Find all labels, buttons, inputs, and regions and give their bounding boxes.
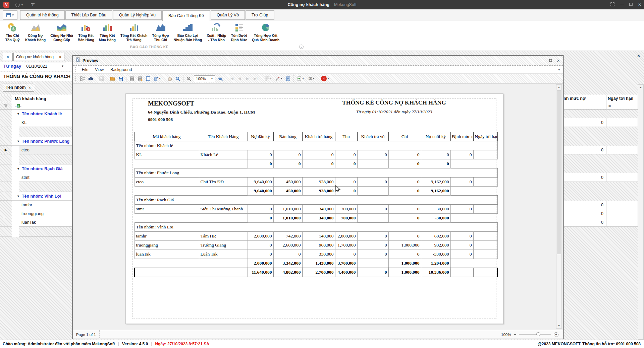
scroll-up-icon[interactable]: ▲ (556, 85, 561, 90)
preview-close-button[interactable]: ✕ (557, 59, 560, 63)
close-tab-icon[interactable]: ✕ (59, 55, 62, 59)
right-grid-row[interactable]: 0 (564, 201, 638, 209)
column-header-ma-khach-hang[interactable]: Mã khách hàng (12, 95, 73, 102)
customer-row[interactable]: ▶cteo (0, 146, 73, 154)
customer-row[interactable]: truonggiang (0, 209, 73, 218)
collapse-group-icon[interactable]: ▼ (17, 195, 20, 198)
ribbon-item-cong-no-nha-cung-cap[interactable]: Công Nợ Nhà Cung Cấp (48, 22, 75, 42)
from-date-input[interactable]: 01/10/2021 ▼ (24, 63, 66, 70)
last-page-button[interactable]: ▶| (252, 75, 259, 82)
right-grid-row[interactable]: 0 (564, 173, 638, 182)
filter-funnel-icon[interactable] (0, 102, 12, 110)
multi-page-button[interactable]: ▾ (263, 75, 273, 82)
ribbon-app-button[interactable]: ▽ (3, 10, 17, 20)
ribbon-item-tong-ket-mua-hang[interactable]: Tổng Kết Mua Hàng (97, 22, 118, 42)
document-tab[interactable]: Công nợ khách hàng ✕ (13, 53, 64, 61)
ribbon-item-bao-cao-loi-nhuan[interactable]: Báo Cáo Lợi Nhuận Bán Hàng (171, 22, 205, 42)
preview-minimize-button[interactable]: — (541, 59, 544, 63)
save-button[interactable] (117, 75, 124, 82)
group-row[interactable]: ▼Tên nhóm: Rạch Giá (0, 164, 73, 173)
first-page-button[interactable]: |◀ (228, 75, 235, 82)
scroll-thumb[interactable] (557, 90, 561, 254)
document-map-button[interactable] (79, 75, 86, 82)
email-button[interactable]: ✉▾ (306, 75, 316, 82)
right-grid-row[interactable]: 0 (564, 146, 638, 154)
zoom-slider-plus[interactable]: + (554, 332, 558, 337)
tab-quan-ly-vo[interactable]: Quản Lý Vỏ (211, 10, 245, 20)
collapse-group-icon[interactable]: ▼ (17, 167, 20, 170)
ribbon-item-tong-ket-ban-hang[interactable]: Tổng Kết Bán Hàng (75, 22, 97, 42)
menu-view[interactable]: View (92, 67, 107, 72)
customer-row[interactable]: luanTak (0, 218, 73, 227)
collapse-group-icon[interactable]: ▼ (17, 140, 20, 143)
next-page-button[interactable]: ▶ (244, 75, 251, 82)
preview-scrollbar[interactable]: ▲ ▼ (556, 84, 562, 329)
tab-bao-cao-thong-ke[interactable]: Báo Cáo Thống Kê (162, 10, 210, 21)
prev-page-button[interactable]: ◀ (236, 75, 243, 82)
menu-background[interactable]: Background (107, 67, 135, 72)
quick-print-button[interactable] (136, 75, 144, 82)
collapse-ribbon-button[interactable]: ▼ (31, 3, 35, 6)
close-button[interactable]: ✕ (638, 3, 641, 7)
menu-file[interactable]: File (78, 67, 92, 72)
right-grid-row[interactable]: 0 (564, 118, 638, 127)
group-row[interactable]: ▼Tên nhóm: Vĩnh Lợi (0, 192, 73, 201)
hand-tool-button[interactable] (166, 75, 173, 82)
ribbon-group-expand-button[interactable]: ⌄ (299, 45, 304, 49)
open-button[interactable] (109, 75, 116, 82)
customer-row[interactable]: stmt (0, 173, 73, 182)
close-preview-button[interactable]: ✕▾ (320, 75, 330, 82)
group-row[interactable]: ▼Tên nhóm: Khách lẻ (0, 110, 73, 118)
filter-op-cell[interactable]: = (606, 102, 638, 109)
preview-maximize-button[interactable] (549, 59, 552, 63)
collapse-group-icon[interactable]: ▼ (17, 112, 20, 116)
fullscreen-button[interactable] (610, 2, 614, 7)
close-all-tabs-button[interactable]: ✕ (3, 53, 13, 61)
thumbnails-button[interactable] (98, 75, 105, 82)
ribbon-item-tong-hop-thu-chi[interactable]: Tổng Hợp Thu Chi (150, 22, 171, 42)
customer-row[interactable]: KL (0, 118, 73, 127)
chevron-down-icon[interactable]: ▾ (558, 68, 560, 71)
zoom-combo[interactable]: 100% ▼ (194, 75, 215, 82)
customer-row[interactable]: tamhr (0, 201, 73, 209)
ribbon-item-xuat-nhap-ton-kho[interactable]: Xuất - Nhập - Tồn Kho (204, 22, 228, 42)
right-grid-row[interactable]: 0 (564, 209, 638, 218)
scroll-down-icon[interactable]: ▼ (556, 323, 561, 328)
toolbar-grip[interactable] (75, 76, 76, 81)
zoom-in-button[interactable] (217, 75, 224, 82)
profile-button[interactable]: ▼ (9, 3, 23, 7)
ribbon-item-thu-chi-ton-quy[interactable]: €$ Thu Chi Tồn Quỹ (2, 22, 23, 42)
tab-quan-tri-he-thong[interactable]: Quản trị hệ thống (20, 10, 65, 20)
column-header-dinh-muc-no[interactable]: nh mức nợ (564, 95, 606, 102)
scroll-up-icon[interactable]: ▲ (638, 85, 643, 89)
ribbon-item-cong-no-khach-hang[interactable]: Công Nợ Khách Hàng (23, 22, 48, 42)
minimize-button[interactable]: — (620, 3, 624, 7)
tab-thiet-lap-ban-dau[interactable]: Thiết Lập Ban Đầu (65, 10, 112, 20)
export-button[interactable]: ▾ (296, 75, 306, 82)
find-button[interactable] (87, 75, 94, 82)
right-scrollbar[interactable]: ▲ (638, 84, 644, 340)
zoom-slider[interactable] (519, 334, 551, 335)
column-header-ngay-toi-han[interactable]: Ngày tới hạn (606, 95, 638, 102)
menu-grip[interactable] (75, 67, 76, 72)
page-color-button[interactable] (284, 75, 292, 82)
print-button[interactable] (128, 75, 136, 82)
ribbon-item-tong-hop-ket-qua-kinh-doanh[interactable]: Tổng Hợp Kết Quả Kinh Doanh (250, 22, 282, 42)
group-row[interactable]: ▼Tên nhóm: Phước Long (0, 137, 73, 146)
tab-tro-giup[interactable]: Trợ Giúp (246, 10, 274, 20)
right-grid-row[interactable]: 0 (564, 218, 638, 227)
zoom-slider-minus[interactable]: − (514, 332, 516, 337)
watermark-button[interactable]: ▾ (274, 75, 284, 82)
close-panel-icon[interactable]: ✕ (637, 54, 640, 58)
filter-cell[interactable] (564, 102, 606, 109)
zoom-slider-knob[interactable] (536, 332, 540, 336)
tab-quan-ly-nghiep-vu[interactable]: Quản Lý Nghiệp Vụ (113, 10, 162, 20)
group-by-chip[interactable]: Tên nhóm ▲ (3, 83, 34, 92)
page-setup-button[interactable] (144, 75, 152, 82)
auto-filter-cell[interactable]: aBc (12, 102, 73, 110)
scale-button[interactable]: ▾ (152, 75, 162, 82)
magnifier-tool-button[interactable] (174, 75, 181, 82)
ribbon-item-tong-ket-khach-tra-hang[interactable]: Tổng Kết Khách Trả Hàng (118, 22, 150, 42)
ribbon-item-ton-duoi-dinh-muc[interactable]: Tồn Dưới Định Mức (228, 22, 249, 42)
zoom-out-button[interactable] (185, 75, 193, 82)
